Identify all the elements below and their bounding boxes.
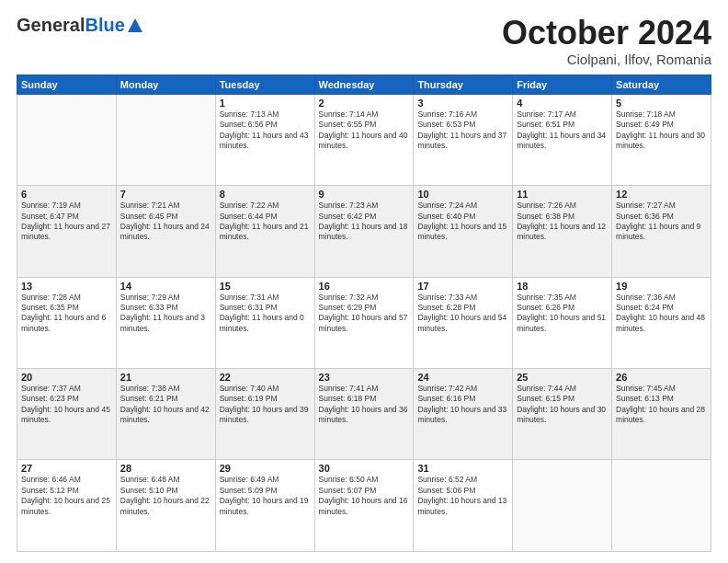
day-number: 20 [21, 372, 112, 383]
day-number: 10 [417, 189, 508, 200]
day-number: 21 [120, 372, 211, 383]
day-info: Sunrise: 6:50 AM Sunset: 5:07 PM Dayligh… [319, 475, 410, 517]
table-row: 4Sunrise: 7:17 AM Sunset: 6:51 PM Daylig… [513, 94, 612, 185]
col-thursday: Thursday [414, 75, 513, 94]
table-row [612, 460, 711, 552]
table-row: 25Sunrise: 7:44 AM Sunset: 6:15 PM Dayli… [513, 369, 612, 460]
day-number: 19 [616, 281, 707, 292]
col-saturday: Saturday [612, 75, 711, 94]
day-info: Sunrise: 7:16 AM Sunset: 6:53 PM Dayligh… [417, 109, 508, 152]
day-info: Sunrise: 7:17 AM Sunset: 6:51 PM Dayligh… [517, 109, 608, 152]
table-row: 11Sunrise: 7:26 AM Sunset: 6:38 PM Dayli… [513, 186, 612, 277]
day-number: 13 [21, 281, 112, 292]
calendar-week-row: 13Sunrise: 7:28 AM Sunset: 6:35 PM Dayli… [17, 277, 711, 368]
table-row: 28Sunrise: 6:48 AM Sunset: 5:10 PM Dayli… [116, 460, 215, 552]
day-number: 25 [517, 372, 608, 383]
table-row: 20Sunrise: 7:37 AM Sunset: 6:23 PM Dayli… [17, 369, 117, 460]
table-row [116, 94, 215, 185]
table-row: 14Sunrise: 7:29 AM Sunset: 6:33 PM Dayli… [116, 277, 215, 368]
day-info: Sunrise: 7:33 AM Sunset: 6:28 PM Dayligh… [417, 293, 508, 335]
day-info: Sunrise: 7:18 AM Sunset: 6:49 PM Dayligh… [616, 109, 707, 152]
svg-marker-0 [128, 18, 142, 32]
logo-blue: Blue [85, 15, 124, 35]
calendar-week-row: 6Sunrise: 7:19 AM Sunset: 6:47 PM Daylig… [17, 186, 711, 277]
day-number: 24 [417, 372, 508, 383]
table-row: 12Sunrise: 7:27 AM Sunset: 6:36 PM Dayli… [612, 186, 711, 277]
table-row: 30Sunrise: 6:50 AM Sunset: 5:07 PM Dayli… [314, 460, 414, 552]
day-info: Sunrise: 7:22 AM Sunset: 6:44 PM Dayligh… [220, 201, 311, 243]
day-number: 7 [120, 189, 211, 200]
logo: GeneralBlue [17, 15, 143, 36]
day-info: Sunrise: 7:45 AM Sunset: 6:13 PM Dayligh… [616, 384, 707, 426]
day-number: 12 [616, 189, 707, 200]
day-number: 16 [319, 281, 410, 292]
day-number: 11 [517, 189, 608, 200]
day-info: Sunrise: 6:49 AM Sunset: 5:09 PM Dayligh… [220, 475, 311, 517]
table-row [513, 460, 612, 552]
header: GeneralBlue October 2024 Ciolpani, Ilfov… [17, 15, 711, 67]
table-row: 10Sunrise: 7:24 AM Sunset: 6:40 PM Dayli… [414, 186, 513, 277]
day-info: Sunrise: 7:14 AM Sunset: 6:55 PM Dayligh… [319, 109, 410, 152]
calendar-title: October 2024 [502, 15, 711, 52]
table-row: 26Sunrise: 7:45 AM Sunset: 6:13 PM Dayli… [612, 369, 711, 460]
day-number: 4 [517, 98, 608, 109]
day-info: Sunrise: 7:23 AM Sunset: 6:42 PM Dayligh… [319, 201, 410, 243]
day-info: Sunrise: 7:32 AM Sunset: 6:29 PM Dayligh… [319, 293, 410, 335]
day-info: Sunrise: 7:41 AM Sunset: 6:18 PM Dayligh… [319, 384, 410, 426]
day-number: 22 [220, 372, 311, 383]
day-info: Sunrise: 7:42 AM Sunset: 6:16 PM Dayligh… [417, 384, 508, 426]
day-number: 29 [220, 463, 311, 474]
title-block: October 2024 Ciolpani, Ilfov, Romania [502, 15, 711, 67]
day-number: 23 [319, 372, 410, 383]
day-info: Sunrise: 7:21 AM Sunset: 6:45 PM Dayligh… [120, 201, 211, 243]
table-row: 17Sunrise: 7:33 AM Sunset: 6:28 PM Dayli… [414, 277, 513, 368]
table-row: 3Sunrise: 7:16 AM Sunset: 6:53 PM Daylig… [414, 94, 513, 185]
day-info: Sunrise: 7:28 AM Sunset: 6:35 PM Dayligh… [21, 293, 112, 335]
table-row: 23Sunrise: 7:41 AM Sunset: 6:18 PM Dayli… [314, 369, 414, 460]
logo-general: General [17, 15, 85, 35]
table-row: 29Sunrise: 6:49 AM Sunset: 5:09 PM Dayli… [215, 460, 314, 552]
table-row: 1Sunrise: 7:13 AM Sunset: 6:56 PM Daylig… [215, 94, 314, 185]
day-number: 1 [220, 98, 311, 109]
table-row: 15Sunrise: 7:31 AM Sunset: 6:31 PM Dayli… [215, 277, 314, 368]
day-info: Sunrise: 7:24 AM Sunset: 6:40 PM Dayligh… [417, 201, 508, 243]
table-row: 13Sunrise: 7:28 AM Sunset: 6:35 PM Dayli… [17, 277, 117, 368]
table-row [17, 94, 117, 185]
day-number: 17 [417, 281, 508, 292]
day-info: Sunrise: 7:38 AM Sunset: 6:21 PM Dayligh… [120, 384, 211, 426]
day-number: 28 [120, 463, 211, 474]
day-number: 27 [21, 463, 112, 474]
day-info: Sunrise: 7:29 AM Sunset: 6:33 PM Dayligh… [120, 293, 211, 335]
table-row: 16Sunrise: 7:32 AM Sunset: 6:29 PM Dayli… [314, 277, 414, 368]
day-number: 8 [220, 189, 311, 200]
calendar-week-row: 27Sunrise: 6:46 AM Sunset: 5:12 PM Dayli… [17, 460, 711, 552]
day-info: Sunrise: 7:13 AM Sunset: 6:56 PM Dayligh… [220, 109, 311, 152]
table-row: 5Sunrise: 7:18 AM Sunset: 6:49 PM Daylig… [612, 94, 711, 185]
day-number: 18 [517, 281, 608, 292]
day-info: Sunrise: 7:31 AM Sunset: 6:31 PM Dayligh… [220, 293, 311, 335]
calendar-week-row: 20Sunrise: 7:37 AM Sunset: 6:23 PM Dayli… [17, 369, 711, 460]
day-number: 31 [417, 463, 508, 474]
day-number: 14 [120, 281, 211, 292]
table-row: 2Sunrise: 7:14 AM Sunset: 6:55 PM Daylig… [314, 94, 414, 185]
day-info: Sunrise: 7:40 AM Sunset: 6:19 PM Dayligh… [220, 384, 311, 426]
page: GeneralBlue October 2024 Ciolpani, Ilfov… [0, 0, 728, 563]
col-monday: Monday [116, 75, 215, 94]
day-info: Sunrise: 7:37 AM Sunset: 6:23 PM Dayligh… [21, 384, 112, 426]
day-info: Sunrise: 6:52 AM Sunset: 5:06 PM Dayligh… [417, 475, 508, 517]
col-wednesday: Wednesday [314, 75, 414, 94]
logo-icon [127, 17, 143, 34]
day-number: 6 [21, 189, 112, 200]
table-row: 21Sunrise: 7:38 AM Sunset: 6:21 PM Dayli… [116, 369, 215, 460]
calendar-location: Ciolpani, Ilfov, Romania [502, 52, 711, 67]
day-info: Sunrise: 6:48 AM Sunset: 5:10 PM Dayligh… [120, 475, 211, 517]
day-info: Sunrise: 7:19 AM Sunset: 6:47 PM Dayligh… [21, 201, 112, 243]
day-number: 9 [319, 189, 410, 200]
day-info: Sunrise: 6:46 AM Sunset: 5:12 PM Dayligh… [21, 475, 112, 517]
day-info: Sunrise: 7:26 AM Sunset: 6:38 PM Dayligh… [517, 201, 608, 243]
col-tuesday: Tuesday [215, 75, 314, 94]
day-number: 26 [616, 372, 707, 383]
table-row: 8Sunrise: 7:22 AM Sunset: 6:44 PM Daylig… [215, 186, 314, 277]
table-row: 6Sunrise: 7:19 AM Sunset: 6:47 PM Daylig… [17, 186, 117, 277]
day-number: 3 [417, 98, 508, 109]
